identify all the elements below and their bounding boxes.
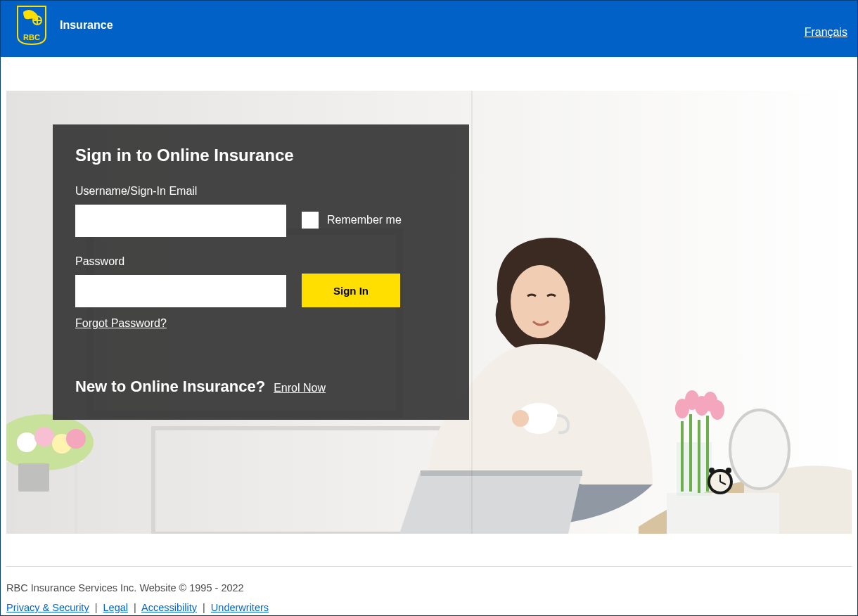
password-label: Password: [75, 255, 286, 268]
hero-section: Sign in to Online Insurance Username/Sig…: [6, 91, 852, 534]
header-left: RBC Insurance: [1, 1, 113, 46]
app-header: RBC Insurance Français: [1, 1, 857, 57]
password-field-wrap: Password: [75, 255, 286, 307]
signin-button[interactable]: Sign In: [302, 274, 400, 307]
enrol-row: New to Online Insurance? Enrol Now: [75, 378, 447, 396]
svg-point-13: [34, 427, 54, 447]
footer-copyright: RBC Insurance Services Inc. Website © 19…: [6, 582, 852, 593]
username-row: Username/Sign-In Email Remember me: [75, 185, 447, 237]
svg-text:RBC: RBC: [23, 33, 40, 41]
footer-links: Privacy & Security | Legal | Accessibili…: [6, 602, 852, 613]
footer-separator: |: [95, 602, 98, 613]
svg-point-35: [511, 265, 570, 338]
password-row: Password Sign In: [75, 255, 447, 307]
footer-link-underwriters[interactable]: Underwriters: [211, 602, 269, 613]
page-footer: RBC Insurance Services Inc. Website © 19…: [6, 566, 852, 613]
footer-separator: |: [134, 602, 136, 613]
forgot-password-link[interactable]: Forgot Password?: [75, 317, 167, 329]
enrol-now-link[interactable]: Enrol Now: [274, 382, 326, 394]
svg-point-34: [726, 468, 731, 473]
username-field-wrap: Username/Sign-In Email: [75, 185, 286, 237]
remember-me-wrap: Remember me: [302, 212, 402, 237]
footer-link-legal[interactable]: Legal: [103, 602, 128, 613]
new-to-online-title: New to Online Insurance?: [75, 378, 265, 396]
footer-link-privacy[interactable]: Privacy & Security: [6, 602, 89, 613]
signin-card: Sign in to Online Insurance Username/Sig…: [53, 124, 469, 420]
svg-rect-17: [667, 493, 779, 534]
rbc-logo-icon: RBC: [16, 5, 47, 46]
remember-me-label: Remember me: [327, 214, 402, 226]
svg-rect-16: [18, 463, 49, 492]
password-input[interactable]: [75, 275, 286, 307]
svg-rect-20: [681, 421, 684, 492]
svg-point-18: [730, 410, 789, 489]
svg-rect-22: [698, 420, 700, 493]
footer-link-accessibility[interactable]: Accessibility: [141, 602, 197, 613]
svg-point-33: [709, 468, 715, 473]
svg-point-37: [512, 410, 529, 427]
svg-rect-9: [11, 462, 14, 534]
signin-title: Sign in to Online Insurance: [75, 146, 447, 165]
remember-me-checkbox[interactable]: [302, 212, 319, 229]
brand-label: Insurance: [60, 19, 113, 32]
svg-point-12: [17, 432, 37, 452]
username-label: Username/Sign-In Email: [75, 185, 286, 198]
svg-point-15: [66, 429, 86, 449]
svg-rect-10: [75, 462, 77, 534]
language-link[interactable]: Français: [805, 26, 847, 39]
svg-point-28: [710, 400, 724, 420]
footer-separator: |: [203, 602, 205, 613]
svg-rect-21: [689, 414, 692, 492]
username-input[interactable]: [75, 205, 286, 237]
